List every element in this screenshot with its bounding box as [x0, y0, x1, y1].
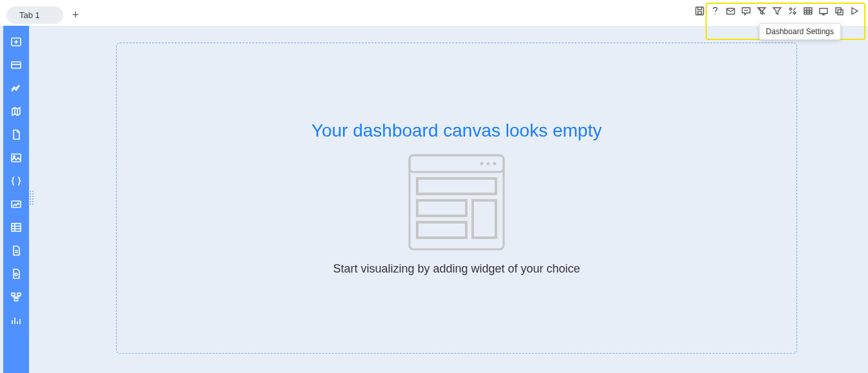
file-icon[interactable]: [9, 267, 23, 281]
play-icon[interactable]: [849, 5, 860, 17]
layout-icon[interactable]: [818, 5, 829, 17]
settings-icon[interactable]: [787, 5, 798, 17]
tree-icon[interactable]: [9, 290, 23, 304]
svg-point-2: [715, 14, 716, 15]
svg-rect-13: [12, 224, 21, 231]
help-icon[interactable]: [709, 5, 721, 17]
page-icon[interactable]: [9, 244, 23, 258]
svg-rect-26: [473, 200, 496, 238]
image-icon[interactable]: [9, 151, 23, 165]
tab-item[interactable]: Tab 1: [6, 6, 63, 24]
top-toolbar: [694, 5, 860, 17]
svg-rect-15: [12, 293, 15, 296]
line-chart-icon[interactable]: [9, 81, 23, 95]
svg-point-20: [480, 162, 484, 166]
svg-rect-0: [696, 7, 704, 15]
svg-point-22: [493, 162, 497, 166]
comment-icon[interactable]: [740, 5, 752, 17]
svg-rect-5: [820, 8, 827, 14]
svg-point-14: [15, 273, 17, 276]
filter-icon[interactable]: [771, 5, 783, 17]
empty-canvas-subtitle: Start visualizing by adding widget of yo…: [333, 262, 580, 276]
bar-chart-icon[interactable]: [9, 313, 23, 327]
gallery-icon[interactable]: [9, 197, 23, 211]
svg-rect-18: [409, 155, 504, 249]
clear-filter-icon[interactable]: [756, 5, 767, 17]
sidebar-drag-handle[interactable]: [30, 191, 34, 206]
svg-point-21: [487, 162, 490, 166]
svg-rect-10: [12, 154, 21, 162]
document-icon[interactable]: [9, 128, 23, 142]
svg-rect-23: [417, 178, 496, 194]
widget-sidebar: [3, 26, 29, 373]
svg-rect-9: [12, 62, 21, 68]
insert-icon[interactable]: [9, 35, 23, 49]
empty-canvas-graphic: [408, 154, 505, 251]
card-icon[interactable]: [9, 58, 23, 72]
braces-icon[interactable]: [9, 174, 23, 188]
save-icon[interactable]: [694, 5, 705, 17]
map-icon[interactable]: [9, 104, 23, 119]
tooltip: Dashboard Settings: [759, 23, 841, 40]
grid-icon[interactable]: [9, 220, 23, 234]
table-icon[interactable]: [802, 5, 814, 17]
main-area: Your dashboard canvas looks empty Start …: [0, 26, 868, 373]
svg-rect-17: [15, 298, 18, 301]
svg-rect-4: [804, 8, 812, 14]
empty-canvas-title: Your dashboard canvas looks empty: [311, 120, 602, 141]
dashboard-canvas[interactable]: Your dashboard canvas looks empty Start …: [116, 43, 797, 354]
svg-rect-7: [838, 10, 843, 15]
svg-rect-6: [836, 8, 841, 13]
svg-rect-24: [417, 200, 466, 216]
clone-icon[interactable]: [833, 5, 845, 17]
add-tab-button[interactable]: +: [68, 9, 83, 21]
mail-icon[interactable]: [725, 5, 736, 17]
svg-rect-16: [17, 293, 21, 296]
svg-rect-25: [417, 222, 466, 238]
svg-rect-1: [698, 12, 702, 14]
